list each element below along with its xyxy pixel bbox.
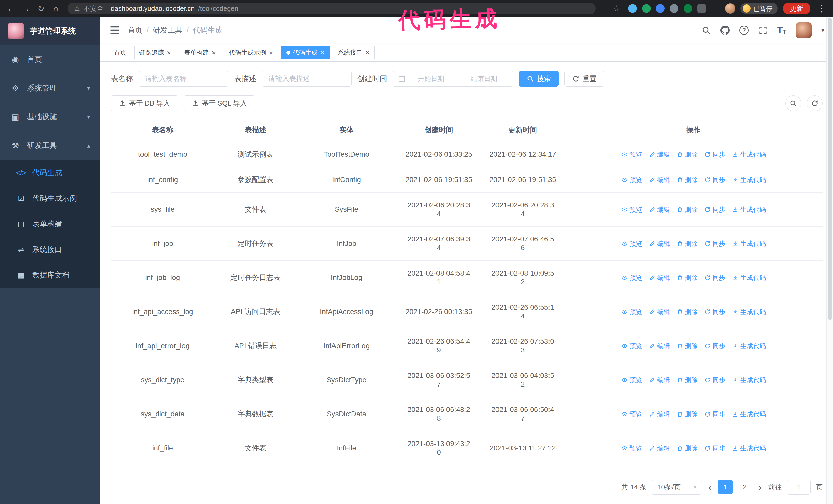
preview-link[interactable]: 预览 bbox=[621, 239, 642, 248]
delete-link[interactable]: 删除 bbox=[677, 150, 698, 159]
delete-link[interactable]: 删除 bbox=[677, 205, 698, 214]
sidebar-submenu-item[interactable]: </> 代码生成 bbox=[0, 160, 100, 186]
extension-icon-5[interactable] bbox=[684, 4, 692, 13]
edit-link[interactable]: 编辑 bbox=[649, 341, 670, 350]
browser-update-button[interactable]: 更新 bbox=[783, 3, 810, 14]
generate-code-link[interactable]: 生成代码 bbox=[732, 376, 766, 384]
extension-icon-6[interactable] bbox=[697, 4, 706, 13]
generate-code-link[interactable]: 生成代码 bbox=[732, 205, 766, 214]
edit-link[interactable]: 编辑 bbox=[649, 444, 670, 453]
preview-link[interactable]: 预览 bbox=[621, 205, 642, 214]
browser-menu-icon[interactable]: ⋮ bbox=[815, 3, 828, 14]
generate-code-link[interactable]: 生成代码 bbox=[732, 150, 766, 159]
tab[interactable]: 表单构建 × bbox=[179, 46, 221, 59]
security-label[interactable]: 不安全 bbox=[84, 4, 103, 13]
user-avatar[interactable] bbox=[796, 22, 812, 38]
close-icon[interactable]: × bbox=[268, 49, 273, 56]
sync-link[interactable]: 同步 bbox=[704, 444, 725, 453]
delete-link[interactable]: 删除 bbox=[677, 410, 698, 418]
page-size-select[interactable]: 10条/页 ▾ bbox=[652, 480, 702, 495]
generate-code-link[interactable]: 生成代码 bbox=[732, 444, 766, 453]
edit-link[interactable]: 编辑 bbox=[649, 150, 670, 159]
delete-link[interactable]: 删除 bbox=[677, 444, 698, 453]
delete-link[interactable]: 删除 bbox=[677, 307, 698, 316]
sync-link[interactable]: 同步 bbox=[704, 376, 725, 384]
avatar-caret-icon[interactable]: ▾ bbox=[822, 27, 824, 33]
import-sql-button[interactable]: 基于 SQL 导入 bbox=[184, 95, 255, 111]
sync-link[interactable]: 同步 bbox=[704, 307, 725, 316]
extension-icon-4[interactable] bbox=[670, 4, 679, 13]
table-name-input[interactable] bbox=[139, 71, 229, 87]
preview-link[interactable]: 预览 bbox=[621, 175, 642, 184]
sync-link[interactable]: 同步 bbox=[704, 150, 725, 159]
browser-home-button[interactable]: ⌂ bbox=[49, 2, 63, 15]
sync-link[interactable]: 同步 bbox=[704, 341, 725, 350]
github-icon[interactable] bbox=[720, 26, 730, 35]
extension-icon-2[interactable] bbox=[642, 4, 651, 13]
goto-page-input[interactable] bbox=[787, 480, 811, 495]
sidebar-submenu-item[interactable]: ☑ 代码生成示例 bbox=[0, 186, 100, 211]
import-db-button[interactable]: 基于 DB 导入 bbox=[111, 95, 178, 111]
edit-link[interactable]: 编辑 bbox=[649, 273, 670, 282]
edit-link[interactable]: 编辑 bbox=[649, 307, 670, 316]
generate-code-link[interactable]: 生成代码 bbox=[732, 307, 766, 316]
hamburger-icon[interactable] bbox=[109, 25, 120, 36]
tab[interactable]: 系统接口 × bbox=[333, 46, 375, 59]
sidebar-item[interactable]: ▣ 基础设施 ▾ bbox=[0, 102, 100, 131]
generate-code-link[interactable]: 生成代码 bbox=[732, 239, 766, 248]
close-icon[interactable]: × bbox=[320, 49, 325, 56]
delete-link[interactable]: 删除 bbox=[677, 175, 698, 184]
breadcrumb-home[interactable]: 首页 bbox=[128, 25, 143, 35]
preview-link[interactable]: 预览 bbox=[621, 307, 642, 316]
edit-link[interactable]: 编辑 bbox=[649, 376, 670, 384]
tab[interactable]: 代码生成示例 × bbox=[224, 46, 278, 59]
preview-link[interactable]: 预览 bbox=[621, 444, 642, 453]
font-size-icon[interactable] bbox=[777, 26, 786, 34]
preview-link[interactable]: 预览 bbox=[621, 273, 642, 282]
generate-code-link[interactable]: 生成代码 bbox=[732, 410, 766, 418]
browser-reload-button[interactable]: ↻ bbox=[34, 2, 48, 15]
sidebar-submenu-item[interactable]: ▤ 表单构建 bbox=[0, 211, 100, 237]
close-icon[interactable]: × bbox=[365, 49, 370, 56]
date-range-picker[interactable]: 开始日期 - 结束日期 bbox=[392, 71, 513, 87]
preview-link[interactable]: 预览 bbox=[621, 376, 642, 384]
sidebar-item[interactable]: ⚒ 研发工具 ▴ bbox=[0, 131, 100, 160]
search-icon[interactable] bbox=[701, 26, 711, 35]
page-button-1[interactable]: 1 bbox=[718, 480, 733, 494]
sidebar-submenu-item[interactable]: ⇌ 系统接口 bbox=[0, 237, 100, 263]
preview-link[interactable]: 预览 bbox=[621, 410, 642, 418]
delete-link[interactable]: 删除 bbox=[677, 376, 698, 384]
help-icon[interactable] bbox=[739, 26, 749, 35]
preview-link[interactable]: 预览 bbox=[621, 341, 642, 350]
generate-code-link[interactable]: 生成代码 bbox=[732, 273, 766, 282]
prev-page-button[interactable]: ‹ bbox=[707, 482, 713, 492]
edit-link[interactable]: 编辑 bbox=[649, 205, 670, 214]
extension-icon-1[interactable] bbox=[628, 4, 637, 13]
delete-link[interactable]: 删除 bbox=[677, 341, 698, 350]
page-button-2[interactable]: 2 bbox=[738, 480, 752, 494]
tab[interactable]: 首页 bbox=[109, 46, 131, 59]
generate-code-link[interactable]: 生成代码 bbox=[732, 341, 766, 350]
tab[interactable]: 代码生成 × bbox=[281, 46, 330, 59]
close-icon[interactable]: × bbox=[211, 49, 216, 56]
reset-button[interactable]: 重置 bbox=[564, 71, 604, 87]
edit-link[interactable]: 编辑 bbox=[649, 175, 670, 184]
sidebar-item[interactable]: ◉ 首页 bbox=[0, 45, 100, 74]
next-page-button[interactable]: › bbox=[757, 482, 763, 492]
delete-link[interactable]: 删除 bbox=[677, 239, 698, 248]
sync-link[interactable]: 同步 bbox=[704, 239, 725, 248]
preview-link[interactable]: 预览 bbox=[621, 150, 642, 159]
sync-link[interactable]: 同步 bbox=[704, 205, 725, 214]
edit-link[interactable]: 编辑 bbox=[649, 239, 670, 248]
paused-badge[interactable]: 已暂停 bbox=[740, 3, 778, 14]
tab[interactable]: 链路追踪 × bbox=[134, 46, 176, 59]
close-icon[interactable]: × bbox=[166, 49, 171, 56]
delete-link[interactable]: 删除 bbox=[677, 273, 698, 282]
sidebar-item[interactable]: ⚙ 系统管理 ▾ bbox=[0, 74, 100, 102]
bookmark-star-icon[interactable]: ☆ bbox=[610, 2, 623, 15]
sidebar-submenu-item[interactable]: ▦ 数据库文档 bbox=[0, 263, 100, 288]
refresh-table-button[interactable] bbox=[807, 95, 823, 111]
browser-back-button[interactable]: ← bbox=[5, 2, 18, 15]
scrollbar[interactable] bbox=[826, 17, 833, 504]
scrollbar-thumb[interactable] bbox=[828, 18, 832, 320]
